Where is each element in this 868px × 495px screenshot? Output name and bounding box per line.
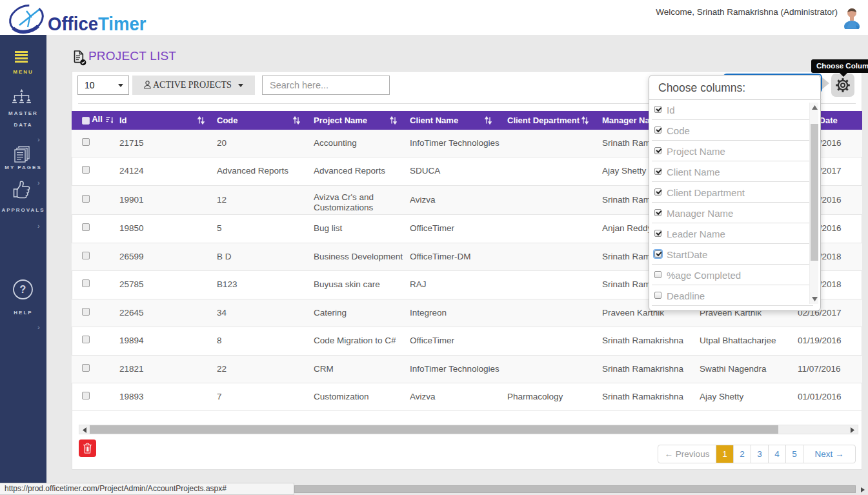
svg-text:OfficeTimer: OfficeTimer [48, 13, 146, 34]
svg-text:?: ? [20, 284, 26, 295]
